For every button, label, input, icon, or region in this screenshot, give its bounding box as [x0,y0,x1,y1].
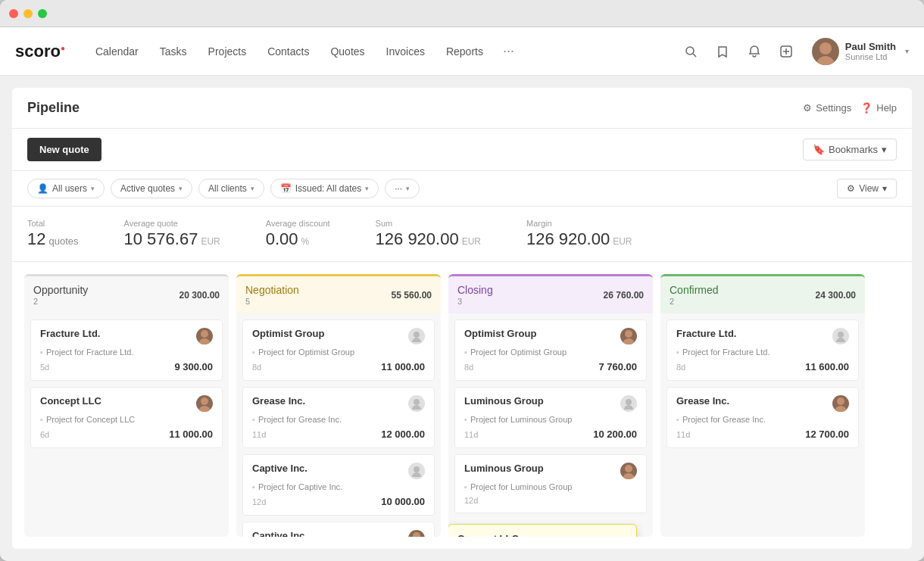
kanban-col-opportunity: Opportunity220 300.00Fracture Ltd.Projec… [24,274,229,537]
card-project-name: Project for Luminous Group [464,482,637,491]
table-row[interactable]: Optimist GroupProject for Optimist Group… [242,319,435,381]
search-icon[interactable] [679,39,703,64]
chevron-down-icon: ▾ [406,185,410,192]
table-row[interactable]: Concept LLCProject for Concept LLC6d11 0… [30,387,223,448]
filters-bar: 👤 All users ▾ Active quotes ▾ All client… [12,171,912,207]
issued-dates-filter[interactable]: 📅 Issued: All dates ▾ [270,179,379,198]
svg-point-27 [835,406,847,412]
nav-projects[interactable]: Projects [199,39,256,64]
user-section[interactable]: Paul Smith Sunrise Ltd ▾ [812,38,909,65]
table-row[interactable]: Luminous GroupProject for Luminous Group… [454,454,647,513]
nav-invoices[interactable]: Invoices [377,39,434,64]
table-row[interactable]: Captive Inc.Project for Captive Inc.12d1… [242,454,435,516]
nav-quotes[interactable]: Quotes [321,39,373,64]
more-filters-button[interactable]: ··· ▾ [385,179,420,198]
all-users-filter[interactable]: 👤 All users ▾ [27,179,105,198]
bookmark-icon[interactable] [710,39,735,64]
logo[interactable]: scoro● [15,42,65,61]
card-project-name: Project for Fracture Ltd. [676,348,849,357]
svg-point-9 [198,406,211,412]
user-chevron-icon: ▾ [905,47,909,55]
notification-icon[interactable] [742,39,766,64]
col-header-negotiation: Negotiation555 560.00 [236,276,441,313]
card-days: 12d [464,496,478,505]
col-count-confirmed: 2 [670,297,719,306]
avatar-empty [832,328,849,344]
card-days: 12d [252,497,266,506]
card-project-name: Project for Optimist Group [252,348,425,357]
help-button[interactable]: ❓ Help [860,102,897,114]
card-amount: 10 000.00 [381,496,425,507]
col-cards-negotiation: Optimist GroupProject for Optimist Group… [236,313,441,537]
table-row[interactable]: Fracture Ltd.Project for Fracture Ltd.5d… [30,319,223,381]
svg-point-22 [626,399,632,405]
header-actions: ⚙ Settings ❓ Help [803,102,897,114]
add-icon[interactable] [774,39,798,64]
table-row[interactable]: Grease Inc.Project for Grease Inc.11d12 … [666,387,859,448]
fullscreen-button[interactable] [38,9,47,18]
nav-contacts[interactable]: Contacts [258,39,318,64]
card-amount: 11 600.00 [805,361,849,372]
card-company-name: Captive Inc. [252,463,307,474]
card-project-name: Project for Concept LLC [40,415,213,424]
card-amount: 9 300.00 [174,361,213,372]
chevron-down-icon: ▾ [91,185,95,192]
avatar-empty [408,463,425,479]
table-row[interactable]: Luminous GroupProject for Luminous Group… [454,387,647,448]
svg-point-7 [198,338,211,344]
page-header: Pipeline ⚙ Settings ❓ Help [12,88,912,129]
table-row[interactable]: Grease Inc.Project for Grease Inc.11d12 … [242,387,435,448]
active-quotes-filter[interactable]: Active quotes ▾ [111,179,192,198]
nav-more-button[interactable]: ··· [495,37,522,65]
table-row[interactable]: Captive Inc.Project for Captive Inc.14d1… [242,522,435,537]
all-clients-filter[interactable]: All clients ▾ [198,179,264,198]
svg-point-10 [201,397,208,405]
stat-sum: Sum 126 920.00 EUR [376,219,481,249]
minimize-button[interactable] [23,9,33,18]
svg-point-5 [816,56,835,65]
new-quote-button[interactable]: New quote [27,138,101,161]
avatar [812,38,839,65]
col-total-opportunity: 20 300.00 [179,290,220,301]
col-cards-closing: Optimist GroupProject for Optimist Group… [448,313,653,537]
svg-point-15 [412,472,421,477]
card-company-name: Luminous Group [464,463,544,474]
col-total-confirmed: 24 300.00 [816,290,856,301]
app-window: scoro● Calendar Tasks Projects Contacts … [0,0,924,561]
avatar-empty [408,328,425,344]
card-days: 8d [252,363,261,372]
col-total-closing: 26 760.00 [604,290,644,301]
table-row[interactable]: Fracture Ltd.Project for Fracture Ltd.8d… [666,319,859,381]
toolbar: New quote 🔖 Bookmarks ▾ [12,129,912,171]
card-amount: 12 700.00 [805,429,849,440]
table-row[interactable]: Optimist GroupProject for Optimist Group… [454,319,647,381]
user-company: Sunrise Ltd [845,52,896,61]
nav-reports[interactable]: Reports [437,39,492,64]
stat-avg-quote: Average quote 10 576.67 EUR [124,219,220,249]
close-button[interactable] [9,9,18,18]
avatar [196,328,213,344]
stat-margin: Margin 126 920.00 EUR [526,219,632,249]
svg-point-25 [836,338,845,342]
popup-company-name: Concept LLC [457,533,519,538]
kanban-col-confirmed: Confirmed224 300.00Fracture Ltd.Project … [660,274,865,537]
popup-menu-button[interactable]: ··· [618,532,627,537]
col-header-opportunity: Opportunity220 300.00 [24,276,229,313]
gear-icon: ⚙ [803,102,812,114]
view-button[interactable]: ⚙ View ▾ [837,179,897,198]
col-title-closing: Closing [457,284,493,296]
avatar-empty [408,395,425,412]
stat-avg-discount: Average discount 0.00 % [266,219,330,249]
popup-card[interactable]: Concept LLC···▪Project for Concept LLC12… [448,524,637,537]
svg-point-14 [414,399,420,405]
bookmarks-button[interactable]: 🔖 Bookmarks ▾ [803,139,897,161]
col-cards-confirmed: Fracture Ltd.Project for Fracture Ltd.8d… [660,313,865,537]
nav-calendar[interactable]: Calendar [86,39,148,64]
card-project-name: Project for Luminous Group [464,415,637,424]
card-company-name: Concept LLC [40,395,101,407]
card-amount: 12 000.00 [381,429,425,440]
kanban-col-closing: Closing326 760.00Optimist GroupProject f… [448,274,653,537]
user-name: Paul Smith [845,41,896,52]
settings-button[interactable]: ⚙ Settings [803,102,851,114]
nav-tasks[interactable]: Tasks [151,39,196,64]
